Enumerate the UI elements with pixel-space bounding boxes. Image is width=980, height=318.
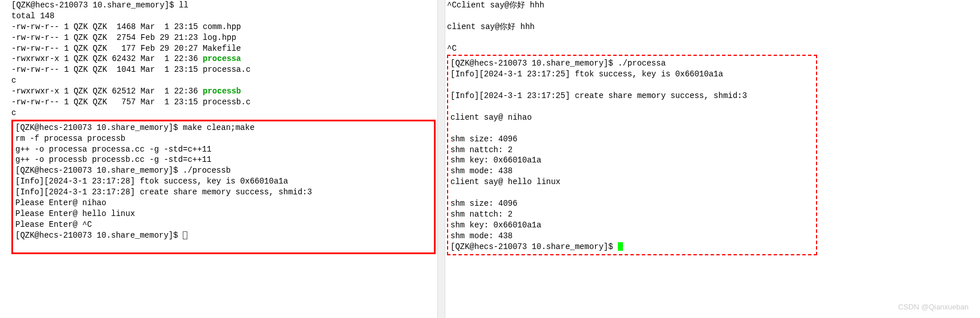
cursor-icon — [618, 242, 623, 251]
term-line: client say@你好 hhh — [447, 22, 817, 32]
term-line: [QZK@hecs-210073 10.share_memory]$ ./pro… — [15, 165, 432, 176]
term-line: g++ -o processb processb.cc -g -std=c++1… — [15, 154, 432, 165]
term-line: [Info][2024-3-1 23:17:28] create share m… — [15, 187, 432, 198]
term-line: client say@ nihao — [450, 112, 814, 123]
prompt-line[interactable]: [QZK@hecs-210073 10.share_memory]$ — [450, 242, 814, 252]
term-line: Please Enter@ nihao — [15, 198, 432, 209]
term-line: -rw-rw-r-- 1 QZK QZK 1041 Mar 1 23:15 pr… — [11, 64, 436, 75]
shell-prompt: [QZK@hecs-210073 10.share_memory]$ — [15, 231, 183, 240]
term-line — [447, 32, 817, 43]
term-line: ^Cclient say@你好 hhh — [447, 0, 817, 11]
file-perms: -rwxrwxr-x 1 QZK QZK 62432 Mar 1 22:36 — [11, 54, 203, 63]
term-line: shm key: 0x66010a1a — [450, 220, 814, 231]
term-line — [450, 123, 814, 134]
term-line — [450, 80, 814, 91]
file-perms: -rwxrwxr-x 1 QZK QZK 62512 Mar 1 22:36 — [11, 87, 203, 96]
left-terminal: [QZK@hecs-210073 10.share_memory]$ ll to… — [11, 0, 436, 254]
term-line: [QZK@hecs-210073 10.share_memory]$ make … — [15, 123, 432, 133]
term-line: Please Enter@ hello linux — [15, 209, 432, 219]
term-line: [QZK@hecs-210073 10.share_memory]$ ll — [11, 0, 436, 11]
term-line: [Info][2024-3-1 23:17:28] ftok success, … — [15, 176, 432, 187]
term-line: -rw-rw-r-- 1 QZK QZK 177 Feb 29 20:27 Ma… — [11, 43, 436, 54]
prompt-line[interactable]: [QZK@hecs-210073 10.share_memory]$ — [15, 230, 432, 241]
term-line: g++ -o processa processa.cc -g -std=c++1… — [15, 144, 432, 155]
term-line: [QZK@hecs-210073 10.share_memory]$ ./pro… — [450, 58, 814, 69]
term-line: [Info][2024-3-1 23:17:25] ftok success, … — [450, 69, 814, 80]
executable-name: processb — [203, 87, 241, 96]
term-line: -rwxrwxr-x 1 QZK QZK 62512 Mar 1 22:36 p… — [11, 86, 436, 97]
term-line: total 148 — [11, 11, 436, 22]
term-line: -rw-rw-r-- 1 QZK QZK 1468 Mar 1 23:15 co… — [11, 22, 436, 32]
term-line — [450, 101, 814, 112]
term-line: c — [11, 108, 436, 119]
term-line: c — [11, 75, 436, 86]
vertical-scrollbar[interactable] — [437, 0, 445, 318]
executable-name: processa — [203, 54, 241, 63]
highlight-box-right: [QZK@hecs-210073 10.share_memory]$ ./pro… — [447, 55, 817, 255]
term-line: -rwxrwxr-x 1 QZK QZK 62432 Mar 1 22:36 p… — [11, 54, 436, 64]
right-terminal: ^Cclient say@你好 hhh client say@你好 hhh ^C… — [447, 0, 817, 255]
term-line: ^C — [447, 43, 817, 54]
watermark: CSDN @Qianxueban — [898, 302, 969, 312]
term-line: client say@ hello linux — [450, 177, 814, 187]
term-line: shm nattch: 2 — [450, 209, 814, 220]
term-line — [15, 241, 432, 252]
term-line: shm size: 4096 — [450, 198, 814, 209]
term-line: -rw-rw-r-- 1 QZK QZK 757 Mar 1 23:15 pro… — [11, 97, 436, 108]
term-line: rm -f processa processb — [15, 133, 432, 144]
term-line: [Info][2024-3-1 23:17:25] create share m… — [450, 91, 814, 101]
term-line — [450, 187, 814, 198]
term-line: -rw-rw-r-- 1 QZK QZK 2754 Feb 29 21:23 l… — [11, 32, 436, 43]
shell-prompt: [QZK@hecs-210073 10.share_memory]$ — [450, 242, 618, 251]
highlight-box-left: [QZK@hecs-210073 10.share_memory]$ make … — [11, 120, 436, 255]
cursor-icon — [183, 231, 187, 239]
term-line: shm nattch: 2 — [450, 145, 814, 156]
term-line: shm mode: 438 — [450, 231, 814, 242]
term-line: Please Enter@ ^C — [15, 219, 432, 230]
term-line: shm mode: 438 — [450, 166, 814, 177]
term-line — [447, 11, 817, 22]
term-line: shm size: 4096 — [450, 134, 814, 145]
term-line: shm key: 0x66010a1a — [450, 155, 814, 166]
